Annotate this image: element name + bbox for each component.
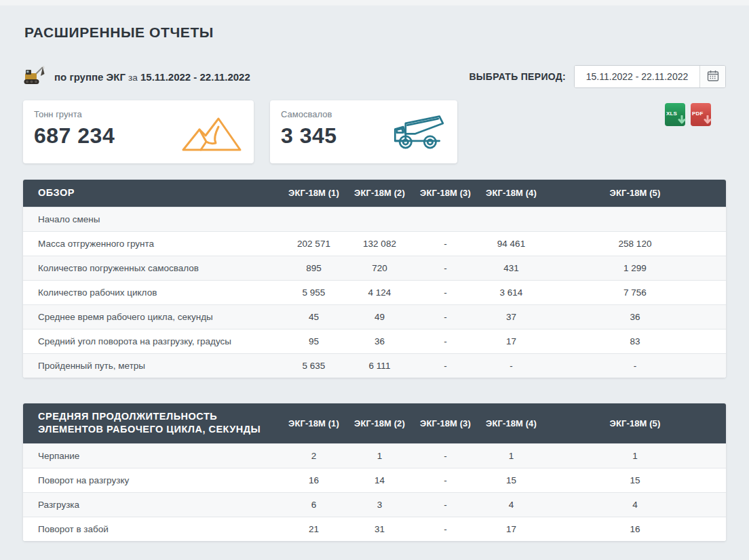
cell-value: 1: [478, 443, 544, 468]
download-xls-button[interactable]: XLS: [665, 103, 685, 126]
report-scope: по группе ЭКГ за 15.11.2022 - 22.11.2022: [23, 65, 250, 88]
toolbar: по группе ЭКГ за 15.11.2022 - 22.11.2022…: [23, 64, 726, 89]
period-picker-label: ВЫБРАТЬ ПЕРИОД:: [469, 71, 566, 82]
xls-file-icon: XLS: [666, 111, 677, 117]
row-label: Средний угол поворота на разгрузку, град…: [23, 329, 281, 353]
calendar-icon: [707, 70, 719, 84]
period-control: [574, 65, 726, 88]
cell-value: -: [412, 492, 478, 517]
cycle-duration-table: СРЕДНЯЯ ПРОДОЛЖИТЕЛЬНОСТЬ ЭЛЕМЕНТОВ РАБО…: [23, 403, 726, 541]
cell-value: 16: [281, 468, 347, 492]
table-row: Масса отгруженного грунта 202 571 132 08…: [23, 231, 726, 256]
scope-text: по группе ЭКГ за 15.11.2022 - 22.11.2022: [54, 71, 250, 83]
cell-value: 83: [544, 329, 726, 353]
row-label: Начало смены: [23, 207, 281, 231]
cell-value: 4: [544, 492, 726, 517]
cell-value: -: [412, 256, 478, 280]
download-arrow-icon: [677, 115, 687, 128]
cell-value: -: [412, 517, 478, 541]
cell-value: [544, 207, 726, 231]
cell-value: 21: [281, 517, 347, 541]
cell-value: 17: [478, 517, 544, 541]
download-pdf-button[interactable]: PDF: [691, 103, 711, 126]
export-buttons: XLS PDF: [665, 103, 726, 126]
row-label: Черпание: [23, 443, 281, 468]
cell-value: 17: [478, 329, 544, 353]
cell-value: 4: [478, 492, 544, 517]
cell-value: 431: [478, 256, 544, 280]
cell-value: -: [412, 329, 478, 353]
cell-value: 258 120: [544, 231, 726, 256]
scope-group: по группе ЭКГ: [54, 71, 126, 83]
cell-value: [478, 207, 544, 231]
cell-value: -: [412, 468, 478, 492]
table-row: Начало смены: [23, 207, 726, 231]
row-label: Поворот в забой: [23, 517, 281, 541]
cell-value: 6: [281, 492, 347, 517]
cell-value: 94 461: [478, 231, 544, 256]
cell-value: 31: [347, 517, 412, 541]
table-row: Среднее время рабочего цикла, секунды 45…: [23, 304, 726, 329]
cell-value: 45: [281, 304, 347, 329]
dump-truck-icon: [388, 111, 446, 155]
overview-table: ОБЗОР ЭКГ-18М (1) ЭКГ-18М (2) ЭКГ-18М (3…: [23, 180, 726, 378]
page-title: РАСШИРЕННЫЕ ОТЧЕТЫ: [24, 24, 726, 41]
cell-value: 5 955: [281, 280, 347, 304]
cell-value: 1: [544, 443, 726, 468]
table-title: СРЕДНЯЯ ПРОДОЛЖИТЕЛЬНОСТЬ ЭЛЕМЕНТОВ РАБО…: [23, 403, 281, 444]
cell-value: 15: [478, 468, 544, 492]
cell-value: 16: [544, 517, 726, 541]
table-row: Количество рабочих циклов 5 955 4 124 - …: [23, 280, 726, 304]
cell-value: -: [412, 304, 478, 329]
table-row: Разгрузка 6 3 - 4 4: [23, 492, 726, 517]
column-header: ЭКГ-18М (1): [281, 403, 347, 444]
cell-value: 132 082: [347, 231, 412, 256]
column-header: ЭКГ-18М (1): [281, 180, 347, 207]
cell-value: [412, 207, 478, 231]
table-header-row: ОБЗОР ЭКГ-18М (1) ЭКГ-18М (2) ЭКГ-18М (3…: [23, 180, 726, 207]
cell-value: -: [412, 280, 478, 304]
column-header: ЭКГ-18М (5): [544, 403, 726, 444]
calendar-button[interactable]: [699, 66, 725, 87]
row-label: Количество рабочих циклов: [23, 280, 281, 304]
excavator-icon: [23, 65, 47, 88]
cell-value: 15: [544, 468, 726, 492]
cell-value: 6 111: [347, 353, 412, 378]
column-header: ЭКГ-18М (4): [478, 403, 544, 444]
cell-value: 202 571: [281, 231, 347, 256]
cell-value: 1 299: [544, 256, 726, 280]
row-label: Среднее время рабочего цикла, секунды: [23, 304, 281, 329]
cell-value: [281, 207, 347, 231]
cell-value: 36: [544, 304, 726, 329]
table-row: Средний угол поворота на разгрузку, град…: [23, 329, 726, 353]
column-header: ЭКГ-18М (3): [412, 403, 478, 444]
cell-value: 1: [347, 443, 412, 468]
row-label: Поворот на разгрузку: [23, 468, 281, 492]
table-header-row: СРЕДНЯЯ ПРОДОЛЖИТЕЛЬНОСТЬ ЭЛЕМЕНТОВ РАБО…: [23, 403, 726, 444]
pdf-file-icon: PDF: [692, 111, 704, 117]
table-row: Пройденный путь, метры 5 635 6 111 - - -: [23, 353, 726, 378]
period-picker: ВЫБРАТЬ ПЕРИОД:: [469, 65, 726, 88]
cell-value: 895: [281, 256, 347, 280]
column-header: ЭКГ-18М (4): [478, 180, 544, 207]
period-input[interactable]: [575, 66, 699, 87]
mountain-icon: [180, 115, 243, 155]
column-header: ЭКГ-18М (2): [347, 403, 412, 444]
cell-value: 95: [281, 329, 347, 353]
row-label: Разгрузка: [23, 492, 281, 517]
cell-value: 5 635: [281, 353, 347, 378]
cell-value: 720: [347, 256, 412, 280]
cell-value: -: [412, 353, 478, 378]
cell-value: 37: [478, 304, 544, 329]
cell-value: 2: [281, 443, 347, 468]
column-header: ЭКГ-18М (5): [544, 180, 726, 207]
table-row: Поворот на разгрузку 16 14 - 15 15: [23, 468, 726, 492]
row-label: Количество погруженных самосвалов: [23, 256, 281, 280]
cell-value: 14: [347, 468, 412, 492]
table-row: Черпание 2 1 - 1 1: [23, 443, 726, 468]
column-header: ЭКГ-18М (2): [347, 180, 412, 207]
cell-value: -: [478, 353, 544, 378]
cell-value: 3: [347, 492, 412, 517]
cell-value: 36: [347, 329, 412, 353]
report-page: РАСШИРЕННЫЕ ОТЧЕТЫ по группе ЭК: [0, 5, 749, 541]
